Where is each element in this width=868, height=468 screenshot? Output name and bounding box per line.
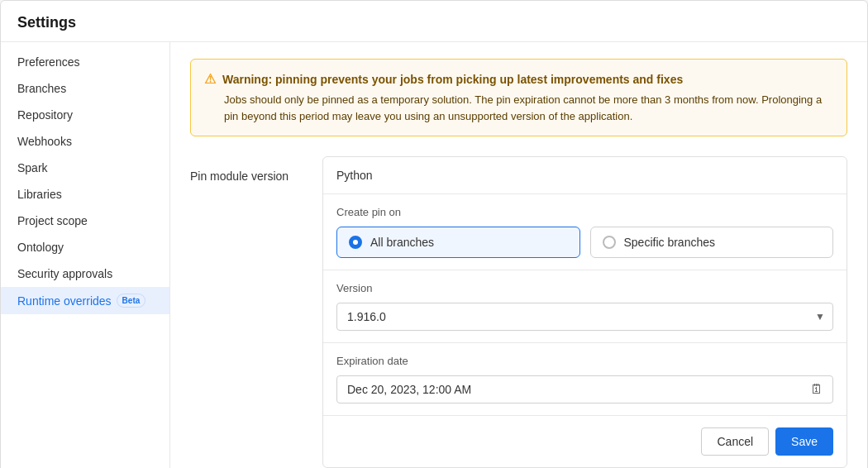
sidebar-item-preferences[interactable]: Preferences bbox=[1, 49, 169, 75]
sidebar-item-webhooks[interactable]: Webhooks bbox=[1, 128, 169, 155]
radio-all-branches[interactable]: All branches bbox=[336, 227, 580, 258]
sidebar-item-label: Libraries bbox=[17, 188, 62, 201]
expiration-label: Expiration date bbox=[336, 355, 833, 367]
beta-badge: Beta bbox=[117, 294, 146, 308]
sidebar-item-label: Project scope bbox=[17, 214, 88, 227]
sidebar-item-spark[interactable]: Spark bbox=[1, 155, 169, 181]
sidebar-item-label: Webhooks bbox=[17, 135, 72, 148]
sidebar: PreferencesBranchesRepositoryWebhooksSpa… bbox=[1, 42, 170, 468]
sidebar-item-label: Repository bbox=[17, 108, 73, 122]
create-pin-label: Create pin on bbox=[336, 206, 833, 218]
sidebar-item-repository[interactable]: Repository bbox=[1, 102, 169, 128]
radio-circle-all bbox=[349, 236, 362, 249]
sidebar-item-branches[interactable]: Branches bbox=[1, 75, 169, 102]
sidebar-item-label: Preferences bbox=[17, 55, 79, 69]
form-panel: Python Create pin on All branches bbox=[322, 156, 847, 468]
radio-group: All branches Specific branches bbox=[336, 227, 833, 258]
save-button[interactable]: Save bbox=[775, 427, 833, 456]
warning-icon: ⚠ bbox=[204, 71, 216, 87]
sidebar-item-label: Spark bbox=[17, 161, 48, 174]
expiration-row: Expiration date 🗓 bbox=[323, 343, 847, 416]
sidebar-item-label: Branches bbox=[17, 82, 66, 95]
pin-module-section: Pin module version Python Create pin on bbox=[190, 156, 847, 468]
radio-specific-label: Specific branches bbox=[624, 236, 716, 249]
date-input-wrapper: 🗓 bbox=[336, 375, 833, 404]
settings-body: PreferencesBranchesRepositoryWebhooksSpa… bbox=[1, 42, 867, 468]
sidebar-item-label: Security approvals bbox=[17, 267, 112, 280]
version-select-wrapper: 1.916.0 1.915.0 1.914.0 1.913.0 ▼ bbox=[336, 303, 833, 331]
radio-specific-branches[interactable]: Specific branches bbox=[590, 227, 834, 258]
sidebar-item-libraries[interactable]: Libraries bbox=[1, 181, 169, 208]
sidebar-item-label: Runtime overrides bbox=[17, 294, 112, 308]
warning-body: Jobs should only be pinned as a temporar… bbox=[224, 92, 833, 124]
sidebar-item-security-approvals[interactable]: Security approvals bbox=[1, 260, 169, 287]
main-content: ⚠ Warning: pinning prevents your jobs fr… bbox=[170, 42, 867, 468]
module-name-row: Python bbox=[323, 157, 847, 194]
sidebar-item-ontology[interactable]: Ontology bbox=[1, 234, 169, 260]
calendar-icon[interactable]: 🗓 bbox=[807, 379, 827, 400]
form-section-label: Pin module version bbox=[190, 156, 322, 468]
cancel-button[interactable]: Cancel bbox=[701, 427, 769, 456]
module-name: Python bbox=[336, 169, 373, 182]
version-row: Version 1.916.0 1.915.0 1.914.0 1.913.0 … bbox=[323, 270, 847, 343]
settings-container: Settings PreferencesBranchesRepositoryWe… bbox=[0, 0, 868, 468]
warning-title: Warning: pinning prevents your jobs from… bbox=[222, 73, 683, 86]
sidebar-item-runtime-overrides[interactable]: Runtime overridesBeta bbox=[1, 287, 169, 314]
radio-circle-specific bbox=[603, 236, 616, 249]
page-title: Settings bbox=[1, 1, 867, 42]
radio-all-label: All branches bbox=[370, 236, 434, 249]
warning-header: ⚠ Warning: pinning prevents your jobs fr… bbox=[204, 71, 833, 87]
sidebar-item-label: Ontology bbox=[17, 241, 64, 254]
create-pin-row: Create pin on All branches Specific bran… bbox=[323, 194, 847, 270]
warning-banner: ⚠ Warning: pinning prevents your jobs fr… bbox=[190, 59, 847, 136]
sidebar-item-project-scope[interactable]: Project scope bbox=[1, 208, 169, 234]
date-input[interactable] bbox=[336, 375, 833, 404]
version-select[interactable]: 1.916.0 1.915.0 1.914.0 1.913.0 bbox=[336, 303, 833, 331]
form-actions: Cancel Save bbox=[323, 416, 847, 467]
version-label: Version bbox=[336, 282, 833, 294]
